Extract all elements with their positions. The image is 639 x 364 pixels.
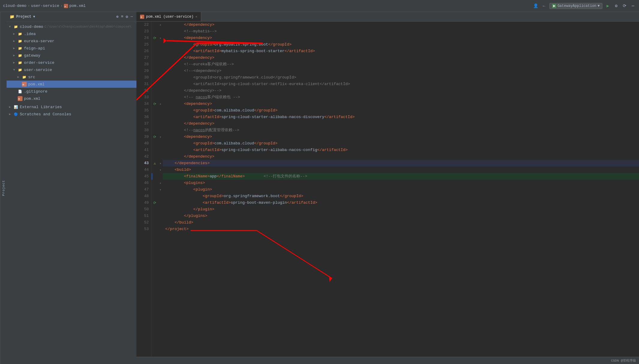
code-line-31[interactable]: <artifactId>spring-cloud-starter-netflix…: [163, 81, 639, 87]
code-line-32[interactable]: </dependency>-->: [163, 87, 639, 94]
code-line-37[interactable]: </dependency>: [163, 120, 639, 127]
code-tag-45a: <finalName>: [165, 173, 210, 180]
tree-item-cloud-demo[interactable]: ▼ 📁 cloud-demo C:\Users\ChangxiaoGuan\De…: [7, 23, 136, 30]
breadcrumb-project[interactable]: cloud-demo: [3, 4, 26, 8]
code-line-43[interactable]: </dependencies>: [163, 160, 639, 167]
code-line-36[interactable]: <artifactId>spring-cloud-starter-alibaba…: [163, 114, 639, 120]
code-line-27[interactable]: </dependency>: [163, 55, 639, 61]
tree-item-pom-xml-user[interactable]: m pom.xml: [7, 81, 136, 88]
gutter-41: [151, 147, 158, 153]
fold-44[interactable]: ▾: [158, 167, 163, 173]
ext-libs-icon: 📊: [13, 105, 19, 109]
sidebar-dropdown[interactable]: ▼: [33, 15, 35, 19]
code-text-41: spring-cloud-starter-alibaba-nacos-confi…: [221, 147, 317, 153]
code-line-42[interactable]: </dependency>: [163, 153, 639, 160]
fold-22[interactable]: ▾: [158, 22, 163, 28]
code-comment-38b: 的配置管理依赖-->: [205, 127, 239, 134]
code-line-23[interactable]: <!--mybatis-->: [163, 28, 639, 35]
code-line-40[interactable]: <groupId>com.alibaba.cloud</groupId>: [163, 140, 639, 147]
fold-43[interactable]: ▾: [158, 160, 163, 167]
code-line-45[interactable]: <finalName>app</finalName> <!--打包文件的名称--…: [163, 173, 639, 180]
code-tag-24: <dependency>: [165, 35, 212, 41]
code-comment-33a: <!--: [165, 94, 196, 101]
breadcrumb-module[interactable]: user-service: [31, 4, 59, 8]
tree-item-idea[interactable]: ▶ 📁 .idea: [7, 30, 136, 37]
code-line-47[interactable]: <plugin>: [163, 186, 639, 193]
code-line-35[interactable]: <groupId>com.alibaba.cloud</groupId>: [163, 107, 639, 114]
code-line-24[interactable]: <dependency>: [163, 35, 639, 41]
tree-item-order-service[interactable]: ▶ 📁 order-service: [7, 59, 136, 66]
tree-item-feign-api[interactable]: ▶ 📁 feign-api: [7, 45, 136, 52]
code-line-52[interactable]: </build>: [163, 219, 639, 226]
sidebar-icon-minimize[interactable]: —: [130, 14, 133, 20]
code-line-26[interactable]: <artifactId>mybatis-spring-boot-starter<…: [163, 48, 639, 55]
fold-46[interactable]: ▾: [158, 180, 163, 186]
sidebar-icon-settings[interactable]: ⚙: [125, 14, 129, 20]
code-line-34[interactable]: <dependency>: [163, 101, 639, 107]
sidebar-icon-add[interactable]: ⊕: [116, 14, 119, 20]
code-tag-35b: </groupId>: [254, 107, 277, 114]
code-line-51[interactable]: </plugins>: [163, 213, 639, 219]
run-button[interactable]: ▶: [605, 3, 611, 9]
sidebar-icon-collapse[interactable]: ≡: [121, 14, 124, 20]
code-line-50[interactable]: </plugin>: [163, 206, 639, 213]
code-line-30[interactable]: <groupId>org.springframework.cloud</grou…: [163, 74, 639, 81]
fold-36: [158, 114, 163, 120]
code-tag-35a: <groupId>: [165, 107, 214, 114]
code-lines[interactable]: </dependency> <!--mybatis--> <dependency…: [163, 22, 639, 357]
tree-item-gitignore[interactable]: 📄 .gitignore: [7, 88, 136, 95]
run-config-selector[interactable]: GatewayApplication ▼: [549, 3, 602, 9]
gutter-50: [151, 206, 158, 213]
code-line-48[interactable]: <groupId>org.springframework.boot</group…: [163, 193, 639, 200]
more-button[interactable]: ⋯: [630, 3, 636, 9]
code-line-25[interactable]: <groupId>org.mybatis.spring.boot</groupI…: [163, 41, 639, 48]
code-line-53[interactable]: </project>: [163, 226, 639, 232]
ln-33: 33: [136, 94, 149, 101]
code-line-38[interactable]: <!--nacos的配置管理依赖-->: [163, 127, 639, 134]
fold-39[interactable]: ▾: [158, 134, 163, 140]
run-config-dropdown[interactable]: ▼: [598, 4, 600, 8]
code-line-22[interactable]: </dependency>: [163, 22, 639, 28]
fold-53: [158, 226, 163, 232]
tree-item-scratches[interactable]: ▶ 🔵 Scratches and Consoles: [7, 111, 136, 118]
tree-item-pom-xml-root[interactable]: m pom.xml: [7, 95, 136, 102]
project-vertical-tab[interactable]: Project: [0, 12, 7, 364]
code-tag-45b: </finalName>: [217, 173, 245, 180]
breadcrumb-file[interactable]: m pom.xml: [64, 4, 86, 8]
svg-text:m: m: [64, 5, 66, 8]
fold-45: [158, 173, 163, 180]
fold-35: [158, 107, 163, 114]
fold-27: [158, 55, 163, 61]
gutter-49: ⟳: [151, 200, 158, 206]
editor-content[interactable]: 22 23 24 25 26 27 28 29 30 31 32 33 34 3…: [136, 22, 639, 357]
sync-button[interactable]: ⚙: [613, 3, 619, 9]
gutter-24: ⟳: [151, 35, 158, 41]
fold-24[interactable]: ▾: [158, 35, 163, 41]
fold-34[interactable]: ▾: [158, 101, 163, 107]
code-line-41[interactable]: <artifactId>spring-cloud-starter-alibaba…: [163, 147, 639, 153]
back-icon[interactable]: ←: [541, 3, 547, 9]
gutter-30: [151, 74, 158, 81]
code-line-44[interactable]: <build>: [163, 167, 639, 173]
tree-label-scratches: Scratches and Consoles: [20, 112, 71, 117]
tree-item-external-libs[interactable]: ▶ 📊 External Libraries: [7, 103, 136, 111]
code-line-28[interactable]: <!--eureka客户端依赖-->: [163, 61, 639, 68]
code-line-46[interactable]: <plugins>: [163, 180, 639, 186]
bottom-bar-right: CSDN @管程序猿: [611, 358, 636, 363]
fold-47[interactable]: ▾: [158, 186, 163, 193]
code-line-33[interactable]: <!-- nacos客户端依赖包 -->: [163, 94, 639, 101]
ln-26: 26: [136, 48, 149, 55]
tab-pom-xml[interactable]: m pom.xml (user-service) ✕: [136, 12, 201, 21]
tree-item-gateway[interactable]: ▶ 📁 gateway: [7, 52, 136, 59]
tree-item-src[interactable]: ▶ 📁 src: [7, 73, 136, 81]
tree-item-user-service[interactable]: ▼ 📁 user-service: [7, 66, 136, 73]
code-line-49[interactable]: <artifactId>spring-boot-maven-plugin</ar…: [163, 200, 639, 206]
tab-close-button[interactable]: ✕: [195, 15, 197, 19]
update-button[interactable]: ⟳: [622, 3, 628, 9]
profile-icon[interactable]: 👤: [533, 3, 539, 9]
tree-item-eureka-server[interactable]: ▶ 📁 eureka-server: [7, 37, 136, 45]
arrow-order: ▶: [13, 61, 17, 64]
code-line-29[interactable]: <!--<dependency>: [163, 68, 639, 74]
code-line-39[interactable]: <dependency>: [163, 134, 639, 140]
code-tag-52: </build>: [165, 219, 193, 226]
